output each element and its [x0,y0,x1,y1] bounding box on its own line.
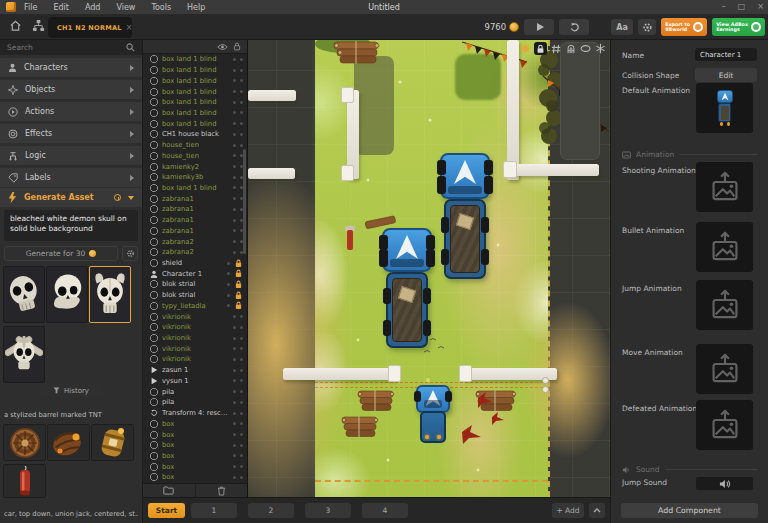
list-item[interactable]: box [143,461,247,472]
grid-tool-icon[interactable] [549,42,562,55]
list-item[interactable]: zabrana2 [143,236,247,247]
tab-close-icon[interactable]: × [126,23,133,32]
sidebar-item-effects[interactable]: Effects [0,124,142,143]
visibility-dot[interactable] [233,186,236,189]
lock-dot[interactable] [240,444,243,447]
visibility-dot[interactable] [233,122,236,125]
sidebar-item-characters[interactable]: Characters [0,58,142,77]
restart-button[interactable] [559,19,589,35]
list-item[interactable]: box land 1 blind [143,97,247,108]
menu-tools[interactable]: Tools [151,3,171,12]
list-item[interactable]: kamienky3b [143,172,247,183]
sidebar-item-generate-asset[interactable]: Generate Asset [0,188,142,207]
hierarchy-icon[interactable] [30,19,46,32]
list-item[interactable]: kamienky2 [143,161,247,172]
visibility-dot[interactable] [233,69,236,72]
generated-image-skull-2[interactable] [46,266,88,323]
lock-dot[interactable] [240,122,243,125]
visibility-dot[interactable] [227,272,230,275]
visibility-dot[interactable] [233,90,236,93]
barricade-wall[interactable] [283,368,396,380]
transform-tool-icon[interactable] [519,42,532,55]
lock-dot[interactable] [240,133,243,136]
lock-dot[interactable] [240,90,243,93]
sidebar-item-labels[interactable]: Labels [0,168,142,187]
lock-dot[interactable] [240,326,243,329]
visibility-dot[interactable] [227,294,230,297]
close-icon[interactable]: × [757,0,764,14]
list-item[interactable]: zabrana2 [143,247,247,258]
barricade-wall[interactable] [507,164,599,176]
visibility-dot[interactable] [233,390,236,393]
settings-button[interactable] [638,19,656,35]
list-item[interactable]: pila [143,397,247,408]
visibility-dot[interactable] [227,283,230,286]
lock-dot[interactable] [240,58,243,61]
earnings-button[interactable]: View AdBoxEarnings [712,18,765,36]
move-animation-upload[interactable] [696,344,753,394]
level-3-button[interactable]: 3 [305,503,351,518]
lock-icon[interactable] [233,42,241,51]
generate-settings-button[interactable] [122,246,138,261]
visibility-dot[interactable] [233,219,236,222]
lock-dot[interactable] [240,401,243,404]
delete-button[interactable] [196,484,248,497]
list-item[interactable]: blok strial [143,279,247,290]
list-item[interactable]: vikrionik [143,322,247,333]
lock-dot[interactable] [240,465,243,468]
edit-collision-button[interactable]: Edit [695,68,757,82]
visibility-dot[interactable] [233,358,236,361]
list-item[interactable]: box land 1 blind [143,118,247,129]
lock-dot[interactable] [240,315,243,318]
visibility-dot[interactable] [233,240,236,243]
list-item[interactable]: zabrana1 [143,204,247,215]
visibility-dot[interactable] [233,412,236,415]
list-item[interactable]: house_tien [143,150,247,161]
list-item[interactable]: zabrana1 [143,226,247,237]
barricade-wall[interactable] [248,168,295,179]
visibility-dot[interactable] [233,144,236,147]
visibility-dot[interactable] [233,176,236,179]
list-item[interactable]: Character 1 [143,268,247,279]
lock-dot[interactable] [240,390,243,393]
list-item[interactable]: box land 1 blind [143,183,247,194]
link-tool-icon[interactable] [579,42,592,55]
search-input[interactable] [7,43,126,52]
generate-prompt-input[interactable]: bleached white demon skull on solid blue… [4,210,138,241]
visibility-dot[interactable] [233,369,236,372]
list-item[interactable]: typy_lietadla [143,301,247,312]
font-settings-button[interactable]: Aa [611,19,633,35]
list-item[interactable]: box [143,451,247,462]
sidebar-item-actions[interactable]: Actions [0,102,142,121]
minimize-icon[interactable]: – [722,0,726,14]
visibility-dot[interactable] [233,208,236,211]
visibility-dot[interactable] [233,401,236,404]
lock-dot[interactable] [240,476,243,479]
default-animation-thumbnail[interactable] [696,83,753,133]
magnet-tool-icon[interactable] [564,42,577,55]
level-start-button[interactable]: Start [148,503,185,518]
add-component-button[interactable]: Add Component [621,503,758,518]
lock-dot[interactable] [240,144,243,147]
lock-dot[interactable] [240,347,243,350]
visibility-dot[interactable] [233,154,236,157]
app-logo-icon[interactable] [6,2,16,12]
menu-help[interactable]: Help [187,3,205,12]
tractor-sprite-2[interactable] [382,228,432,350]
lock-dot[interactable] [240,433,243,436]
barricade-wall[interactable] [507,40,519,180]
list-item[interactable]: box land 1 blind [143,65,247,76]
generated-image-skull-3-selected[interactable] [89,266,131,323]
sidebar-item-logic[interactable]: Logic [0,146,142,165]
visibility-dot[interactable] [233,444,236,447]
generated-image-barrel-3[interactable] [91,424,134,461]
visibility-dot[interactable] [233,465,236,468]
defeated-animation-upload[interactable] [696,400,753,450]
generated-image-dynamite[interactable] [3,464,46,498]
maximize-icon[interactable]: □ [738,0,746,14]
lock-dot[interactable] [240,111,243,114]
generate-button[interactable]: Generate for 30 [4,246,118,261]
lock-dot[interactable] [240,454,243,457]
collapse-button[interactable] [589,503,605,518]
visibility-dot[interactable] [233,347,236,350]
